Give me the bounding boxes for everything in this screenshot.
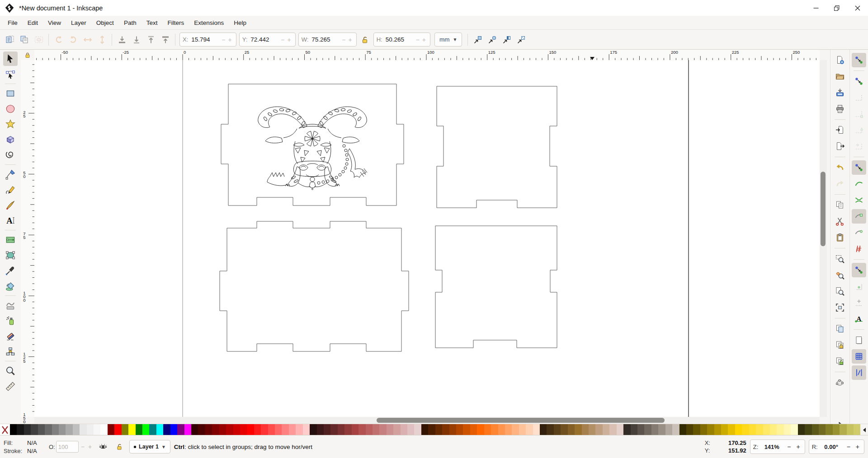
select-all-layers-button[interactable] [17,33,31,47]
palette-swatch[interactable] [742,424,749,435]
palette-swatch[interactable] [10,424,17,435]
palette-swatch[interactable] [226,424,233,435]
palette-scroll-button[interactable] [861,424,868,435]
palette-swatch[interactable] [512,424,519,435]
palette-swatch[interactable] [122,424,128,435]
unit-selector[interactable]: mm ▼ [434,33,462,47]
palette-swatch[interactable] [219,424,226,435]
w-increment[interactable]: + [347,36,353,43]
snap-grids-button[interactable] [852,349,866,364]
palette-swatch[interactable] [114,424,121,435]
snap-nodes-button[interactable] [852,160,866,175]
zoom-decrement[interactable]: − [785,443,793,450]
import-image-button[interactable] [833,123,847,137]
vertical-scrollbar-thumb[interactable] [821,172,826,246]
tweak-tool[interactable] [3,298,18,313]
palette-swatch[interactable] [561,424,567,435]
palette-swatch[interactable] [617,424,623,435]
opacity-decrement[interactable]: − [80,443,86,450]
canvas[interactable] [34,60,820,417]
lock-guides-icon[interactable] [24,51,31,59]
palette-swatch[interactable] [59,424,66,435]
palette-swatch[interactable] [707,424,714,435]
palette-swatch[interactable] [463,424,470,435]
eraser-tool[interactable] [3,329,18,343]
snap-bounding-box-button[interactable] [852,74,866,89]
snap-rotation-centers-button[interactable] [852,295,866,310]
palette-swatch[interactable] [338,424,344,435]
palette-swatch[interactable] [170,424,177,435]
palette-swatch[interactable] [763,424,770,435]
palette-swatch[interactable] [644,424,651,435]
spray-tool[interactable] [3,313,18,328]
x-input[interactable] [190,36,220,43]
box-panel-side-left[interactable] [435,226,557,348]
palette-swatch[interactable] [477,424,484,435]
new-document-button[interactable] [833,53,847,67]
palette-swatch[interactable] [366,424,373,435]
palette-swatch[interactable] [205,424,212,435]
palette-swatch[interactable] [156,424,163,435]
palette-swatch[interactable] [435,424,442,435]
menu-layer[interactable]: Layer [66,17,91,28]
palette-swatch[interactable] [568,424,575,435]
minimize-button[interactable] [806,0,826,16]
palette-swatch[interactable] [498,424,505,435]
palette-swatch[interactable] [268,424,275,435]
menu-path[interactable]: Path [119,17,142,28]
snap-smooth-nodes-button[interactable] [852,225,866,240]
horizontal-scrollbar-thumb[interactable] [377,418,665,423]
w-input[interactable] [311,36,340,43]
palette-swatch[interactable] [749,424,756,435]
palette-swatch[interactable] [658,424,665,435]
open-document-button[interactable] [833,69,847,84]
snap-bbox-centers-button[interactable] [852,139,866,154]
palette-swatch[interactable] [637,424,644,435]
palette-swatch[interactable] [484,424,491,435]
palette-swatch[interactable] [700,424,707,435]
palette-swatch[interactable] [812,424,819,435]
palette-swatch[interactable] [519,424,526,435]
palette-swatch[interactable] [45,424,52,435]
palette-swatch[interactable] [428,424,435,435]
palette-swatch[interactable] [344,424,351,435]
edit-paths-button[interactable] [833,375,847,390]
palette-swatch[interactable] [261,424,268,435]
palette-swatch[interactable] [442,424,449,435]
palette-swatch[interactable] [791,424,797,435]
lower-one-step-button[interactable] [129,33,143,47]
palette-swatch[interactable] [80,424,86,435]
palette-swatch[interactable] [784,424,791,435]
gradient-tool[interactable] [3,233,18,247]
measure-tool[interactable] [3,379,18,393]
y-decrement[interactable]: − [279,36,286,43]
palette-swatch[interactable] [100,424,107,435]
snap-other-points-button[interactable] [852,263,866,277]
palette-swatch[interactable] [540,424,547,435]
palette-swatch[interactable] [52,424,59,435]
palette-swatch[interactable] [631,424,637,435]
palette-swatch[interactable] [282,424,288,435]
rotation-decrement[interactable]: − [845,443,852,450]
palette-swatch[interactable] [693,424,700,435]
palette-swatch[interactable] [470,424,477,435]
move-gradients-button[interactable] [500,33,514,47]
selector-tool[interactable] [3,51,18,66]
h-increment[interactable]: + [421,36,427,43]
menu-text[interactable]: Text [142,17,163,28]
select-all-button[interactable] [3,33,17,47]
print-document-button[interactable] [833,102,847,116]
rectangle-tool[interactable] [3,86,18,101]
export-image-button[interactable] [833,139,847,154]
palette-swatch[interactable] [665,424,672,435]
palette-swatch[interactable] [714,424,721,435]
snap-bbox-edges-button[interactable] [852,90,866,105]
palette-swatch[interactable] [136,424,142,435]
flip-vertical-button[interactable] [95,33,109,47]
palette-swatch[interactable] [854,424,860,435]
palette-swatch[interactable] [728,424,735,435]
create-clone-button[interactable] [833,338,847,352]
palette-swatch[interactable] [407,424,414,435]
layer-visibility-toggle[interactable] [97,440,109,453]
snap-enabled-button[interactable] [852,53,866,67]
